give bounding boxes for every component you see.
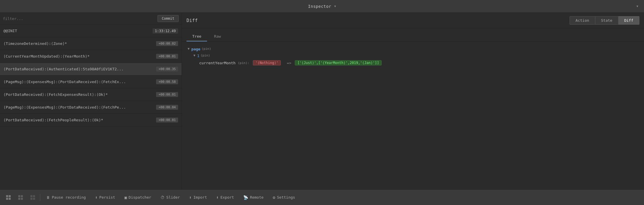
diff-arrow-icon: => xyxy=(287,61,291,65)
svg-rect-6 xyxy=(18,198,20,200)
slider-label: Slider xyxy=(166,195,180,199)
import-button[interactable]: ⬆ Import xyxy=(184,193,211,202)
action-time: +00:00.58 xyxy=(156,79,178,84)
action-name: @@INIT xyxy=(3,29,150,33)
diff-key-index: 1 xyxy=(197,54,200,58)
diff-row-page: ▼ page (pin) xyxy=(188,46,638,52)
action-list: @@INIT 1:33:12.49 ⟨TimezoneDetermined⟩:⟨… xyxy=(0,25,182,189)
slider-button[interactable]: ⏱ Slider xyxy=(156,193,184,202)
right-header: Diff Action State Diff xyxy=(182,13,644,28)
persist-label: Persist xyxy=(99,195,115,199)
diff-title: Diff xyxy=(186,18,198,23)
action-name: ⟨PageMsg⟩:⟨ExpensesMsg⟩:⟨PortDataReceive… xyxy=(3,105,153,109)
remote-label: Remote xyxy=(250,195,264,199)
dispatcher-icon: ▣ xyxy=(125,195,127,200)
commit-button[interactable]: Commit xyxy=(158,15,179,22)
svg-rect-5 xyxy=(21,195,23,197)
toolbar-separator xyxy=(40,194,40,201)
import-label: Import xyxy=(193,195,207,199)
bottom-toolbar: ⏸ Pause recording ⬇ Persist ▣ Dispatcher… xyxy=(0,189,644,205)
diff-prop-key: currentYearMonth xyxy=(199,61,235,65)
tab-tree[interactable]: Tree xyxy=(186,32,207,41)
export-button[interactable]: ⬇ Export xyxy=(212,193,239,202)
chevron-down-icon[interactable]: ▼ xyxy=(188,47,190,51)
diff-row-index: ▼ 1 (pin) xyxy=(188,53,638,58)
icon-grid1-button[interactable] xyxy=(2,193,14,202)
action-time: +00:00.01 xyxy=(156,54,178,59)
list-item[interactable]: @@INIT 1:33:12.49 xyxy=(0,25,182,37)
dispatcher-label: Dispatcher xyxy=(129,195,151,199)
list-item[interactable]: ⟨PageMsg⟩:⟨ExpensesMsg⟩:⟨PortDataReceive… xyxy=(0,101,182,114)
view-tabs: Tree Raw xyxy=(182,28,644,42)
settings-label: Settings xyxy=(277,195,295,199)
persist-icon: ⬇ xyxy=(95,195,97,200)
tab-diff[interactable]: Diff xyxy=(619,16,639,25)
diff-prop-inline: currentYearMonth (pin): '⟨Nothing⟩' => [… xyxy=(199,60,382,65)
top-header: Inspector ▼ ▼ xyxy=(0,0,644,13)
diff-content: ▼ page (pin) ▼ 1 (pin) currentYearMonth … xyxy=(182,42,644,189)
action-name: ⟨PortDataReceived⟩:⟨Authenticated⟩:5ta98… xyxy=(3,67,153,71)
export-icon: ⬇ xyxy=(216,195,219,200)
chevron-down-icon[interactable]: ▼ xyxy=(193,54,195,57)
slider-icon: ⏱ xyxy=(160,195,164,200)
action-name: ⟨TimezoneDetermined⟩:⟨Zone⟩* xyxy=(3,41,153,46)
filter-input[interactable] xyxy=(3,17,155,21)
action-name: ⟨CurrentYearMonthUpdated⟩:⟨YearMonth⟩* xyxy=(3,54,153,58)
action-name: ⟨PageMsg⟩:⟨ExpensesMsg⟩:⟨PortDataReceive… xyxy=(3,80,153,84)
list-item[interactable]: ⟨PortDataReceived⟩:⟨FetchPeopleResult⟩:⟨… xyxy=(0,114,182,127)
remote-button[interactable]: 📡 Remote xyxy=(239,193,268,202)
svg-rect-7 xyxy=(21,198,23,200)
remote-icon: 📡 xyxy=(243,195,248,200)
action-time: +00:00.01 xyxy=(156,92,178,97)
action-name: ⟨PortDataReceived⟩:⟨FetchExpensesResult⟩… xyxy=(3,92,153,97)
svg-rect-1 xyxy=(9,195,11,197)
action-time: 1:33:12.49 xyxy=(153,28,178,34)
pause-recording-label: Pause recording xyxy=(52,195,86,199)
action-time: +00:00.35 xyxy=(156,67,178,72)
svg-rect-11 xyxy=(33,198,35,200)
import-icon: ⬆ xyxy=(189,195,191,200)
header-chevron-down-icon: ▼ xyxy=(334,5,336,8)
persist-button[interactable]: ⬇ Persist xyxy=(90,193,120,202)
header-chevron-right-icon: ▼ xyxy=(636,5,638,8)
filter-bar: Commit xyxy=(0,13,182,25)
tab-buttons: Action State Diff xyxy=(570,16,639,25)
list-item[interactable]: ⟨TimezoneDetermined⟩:⟨Zone⟩* +00:00.02 xyxy=(0,37,182,50)
svg-rect-0 xyxy=(6,195,8,197)
settings-icon: ⚙ xyxy=(273,195,275,200)
tab-raw[interactable]: Raw xyxy=(208,32,226,41)
diff-old-value: '⟨Nothing⟩' xyxy=(253,60,281,65)
svg-rect-8 xyxy=(30,195,32,197)
svg-rect-10 xyxy=(30,198,32,200)
dispatcher-button[interactable]: ▣ Dispatcher xyxy=(120,193,156,202)
list-item[interactable]: ⟨PortDataReceived⟩:⟨Authenticated⟩:5ta98… xyxy=(0,63,182,76)
action-name: ⟨PortDataReceived⟩:⟨FetchPeopleResult⟩:⟨… xyxy=(3,118,153,122)
diff-row-prop: currentYearMonth (pin): '⟨Nothing⟩' => [… xyxy=(188,60,638,66)
list-item[interactable]: ⟨PageMsg⟩:⟨ExpensesMsg⟩:⟨PortDataReceive… xyxy=(0,76,182,88)
pause-icon: ⏸ xyxy=(46,195,50,200)
tab-state[interactable]: State xyxy=(595,16,619,25)
diff-key-page: page xyxy=(191,47,200,51)
settings-button[interactable]: ⚙ Settings xyxy=(268,193,300,202)
svg-rect-3 xyxy=(9,198,11,200)
svg-rect-2 xyxy=(6,198,8,200)
action-time: +00:00.04 xyxy=(156,105,178,110)
svg-rect-9 xyxy=(33,195,35,197)
icon-grid3-button[interactable] xyxy=(27,193,39,202)
icon-grid2-button[interactable] xyxy=(14,193,27,202)
header-title: Inspector xyxy=(308,4,331,9)
diff-prop-pin: (pin): xyxy=(238,61,249,65)
action-time: +00:00.02 xyxy=(156,41,178,46)
list-item[interactable]: ⟨PortDataReceived⟩:⟨FetchExpensesResult⟩… xyxy=(0,88,182,101)
left-panel: Commit @@INIT 1:33:12.49 ⟨TimezoneDeterm… xyxy=(0,13,182,189)
svg-rect-4 xyxy=(18,195,20,197)
pause-recording-button[interactable]: ⏸ Pause recording xyxy=(41,193,90,202)
diff-pin-page: (pin) xyxy=(202,47,211,51)
diff-new-value: ['⟨Just⟩',['⟨YearMonth⟩',2019,'⟨Jan⟩']] xyxy=(295,60,382,65)
right-panel: Diff Action State Diff Tree Raw ▼ page (… xyxy=(182,13,644,189)
action-time: +00:00.01 xyxy=(156,118,178,122)
tab-action[interactable]: Action xyxy=(570,16,595,25)
diff-pin-index: (pin) xyxy=(200,54,210,57)
list-item[interactable]: ⟨CurrentYearMonthUpdated⟩:⟨YearMonth⟩* +… xyxy=(0,50,182,63)
main-content: Commit @@INIT 1:33:12.49 ⟨TimezoneDeterm… xyxy=(0,13,644,189)
